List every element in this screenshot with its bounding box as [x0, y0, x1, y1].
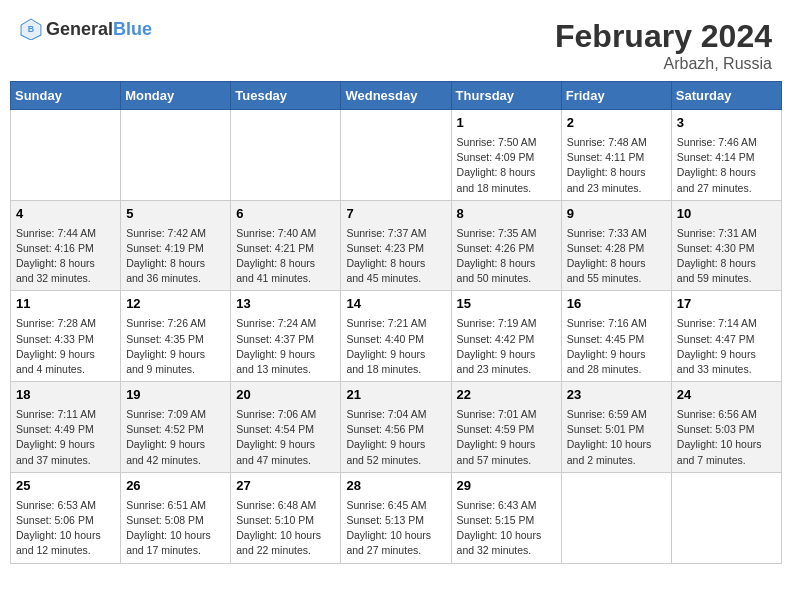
title-area: February 2024 Arbazh, Russia [555, 18, 772, 73]
day-number: 19 [126, 386, 225, 405]
day-detail: Sunrise: 7:40 AMSunset: 4:21 PMDaylight:… [236, 226, 335, 287]
cell-w5-d1: 25Sunrise: 6:53 AMSunset: 5:06 PMDayligh… [11, 472, 121, 563]
cell-w1-d4 [341, 110, 451, 201]
day-number: 6 [236, 205, 335, 224]
cell-w3-d3: 13Sunrise: 7:24 AMSunset: 4:37 PMDayligh… [231, 291, 341, 382]
day-detail: Sunrise: 7:04 AMSunset: 4:56 PMDaylight:… [346, 407, 445, 468]
day-number: 25 [16, 477, 115, 496]
cell-w3-d4: 14Sunrise: 7:21 AMSunset: 4:40 PMDayligh… [341, 291, 451, 382]
day-number: 22 [457, 386, 556, 405]
calendar-table: Sunday Monday Tuesday Wednesday Thursday… [10, 81, 782, 564]
cell-w4-d2: 19Sunrise: 7:09 AMSunset: 4:52 PMDayligh… [121, 382, 231, 473]
day-detail: Sunrise: 7:26 AMSunset: 4:35 PMDaylight:… [126, 316, 225, 377]
day-number: 27 [236, 477, 335, 496]
cell-w5-d7 [671, 472, 781, 563]
day-detail: Sunrise: 6:59 AMSunset: 5:01 PMDaylight:… [567, 407, 666, 468]
day-detail: Sunrise: 7:14 AMSunset: 4:47 PMDaylight:… [677, 316, 776, 377]
day-number: 16 [567, 295, 666, 314]
day-number: 23 [567, 386, 666, 405]
cell-w1-d6: 2Sunrise: 7:48 AMSunset: 4:11 PMDaylight… [561, 110, 671, 201]
cell-w4-d1: 18Sunrise: 7:11 AMSunset: 4:49 PMDayligh… [11, 382, 121, 473]
day-detail: Sunrise: 7:28 AMSunset: 4:33 PMDaylight:… [16, 316, 115, 377]
day-number: 4 [16, 205, 115, 224]
cell-w4-d6: 23Sunrise: 6:59 AMSunset: 5:01 PMDayligh… [561, 382, 671, 473]
location: Arbazh, Russia [555, 55, 772, 73]
cell-w2-d1: 4Sunrise: 7:44 AMSunset: 4:16 PMDaylight… [11, 200, 121, 291]
day-detail: Sunrise: 6:51 AMSunset: 5:08 PMDaylight:… [126, 498, 225, 559]
cell-w3-d7: 17Sunrise: 7:14 AMSunset: 4:47 PMDayligh… [671, 291, 781, 382]
day-number: 10 [677, 205, 776, 224]
day-number: 11 [16, 295, 115, 314]
day-detail: Sunrise: 7:50 AMSunset: 4:09 PMDaylight:… [457, 135, 556, 196]
day-number: 15 [457, 295, 556, 314]
day-detail: Sunrise: 6:45 AMSunset: 5:13 PMDaylight:… [346, 498, 445, 559]
cell-w2-d7: 10Sunrise: 7:31 AMSunset: 4:30 PMDayligh… [671, 200, 781, 291]
day-detail: Sunrise: 7:09 AMSunset: 4:52 PMDaylight:… [126, 407, 225, 468]
day-detail: Sunrise: 7:44 AMSunset: 4:16 PMDaylight:… [16, 226, 115, 287]
day-detail: Sunrise: 6:53 AMSunset: 5:06 PMDaylight:… [16, 498, 115, 559]
header-friday: Friday [561, 82, 671, 110]
cell-w2-d5: 8Sunrise: 7:35 AMSunset: 4:26 PMDaylight… [451, 200, 561, 291]
day-number: 29 [457, 477, 556, 496]
header-monday: Monday [121, 82, 231, 110]
day-detail: Sunrise: 7:21 AMSunset: 4:40 PMDaylight:… [346, 316, 445, 377]
cell-w1-d7: 3Sunrise: 7:46 AMSunset: 4:14 PMDaylight… [671, 110, 781, 201]
svg-text:B: B [28, 24, 34, 34]
cell-w1-d2 [121, 110, 231, 201]
header-saturday: Saturday [671, 82, 781, 110]
day-detail: Sunrise: 6:56 AMSunset: 5:03 PMDaylight:… [677, 407, 776, 468]
day-number: 20 [236, 386, 335, 405]
day-number: 1 [457, 114, 556, 133]
cell-w3-d1: 11Sunrise: 7:28 AMSunset: 4:33 PMDayligh… [11, 291, 121, 382]
header: B GeneralBlue February 2024 Arbazh, Russ… [10, 10, 782, 77]
weekday-header-row: Sunday Monday Tuesday Wednesday Thursday… [11, 82, 782, 110]
cell-w4-d3: 20Sunrise: 7:06 AMSunset: 4:54 PMDayligh… [231, 382, 341, 473]
day-detail: Sunrise: 7:42 AMSunset: 4:19 PMDaylight:… [126, 226, 225, 287]
day-detail: Sunrise: 7:31 AMSunset: 4:30 PMDaylight:… [677, 226, 776, 287]
header-tuesday: Tuesday [231, 82, 341, 110]
week-row-5: 25Sunrise: 6:53 AMSunset: 5:06 PMDayligh… [11, 472, 782, 563]
day-number: 28 [346, 477, 445, 496]
logo-icon: B [20, 18, 42, 40]
day-number: 8 [457, 205, 556, 224]
cell-w1-d5: 1Sunrise: 7:50 AMSunset: 4:09 PMDaylight… [451, 110, 561, 201]
day-number: 13 [236, 295, 335, 314]
day-detail: Sunrise: 7:35 AMSunset: 4:26 PMDaylight:… [457, 226, 556, 287]
day-number: 18 [16, 386, 115, 405]
day-detail: Sunrise: 6:43 AMSunset: 5:15 PMDaylight:… [457, 498, 556, 559]
header-wednesday: Wednesday [341, 82, 451, 110]
cell-w3-d6: 16Sunrise: 7:16 AMSunset: 4:45 PMDayligh… [561, 291, 671, 382]
day-detail: Sunrise: 7:24 AMSunset: 4:37 PMDaylight:… [236, 316, 335, 377]
day-number: 3 [677, 114, 776, 133]
logo-general: General [46, 19, 113, 39]
header-thursday: Thursday [451, 82, 561, 110]
logo-text: GeneralBlue [46, 19, 152, 40]
day-number: 26 [126, 477, 225, 496]
cell-w2-d2: 5Sunrise: 7:42 AMSunset: 4:19 PMDaylight… [121, 200, 231, 291]
day-detail: Sunrise: 7:19 AMSunset: 4:42 PMDaylight:… [457, 316, 556, 377]
week-row-3: 11Sunrise: 7:28 AMSunset: 4:33 PMDayligh… [11, 291, 782, 382]
cell-w5-d3: 27Sunrise: 6:48 AMSunset: 5:10 PMDayligh… [231, 472, 341, 563]
day-number: 14 [346, 295, 445, 314]
day-detail: Sunrise: 7:46 AMSunset: 4:14 PMDaylight:… [677, 135, 776, 196]
week-row-1: 1Sunrise: 7:50 AMSunset: 4:09 PMDaylight… [11, 110, 782, 201]
day-number: 21 [346, 386, 445, 405]
cell-w4-d7: 24Sunrise: 6:56 AMSunset: 5:03 PMDayligh… [671, 382, 781, 473]
day-number: 24 [677, 386, 776, 405]
day-number: 2 [567, 114, 666, 133]
cell-w2-d3: 6Sunrise: 7:40 AMSunset: 4:21 PMDaylight… [231, 200, 341, 291]
cell-w2-d6: 9Sunrise: 7:33 AMSunset: 4:28 PMDaylight… [561, 200, 671, 291]
day-number: 7 [346, 205, 445, 224]
week-row-2: 4Sunrise: 7:44 AMSunset: 4:16 PMDaylight… [11, 200, 782, 291]
day-number: 5 [126, 205, 225, 224]
day-detail: Sunrise: 7:06 AMSunset: 4:54 PMDaylight:… [236, 407, 335, 468]
week-row-4: 18Sunrise: 7:11 AMSunset: 4:49 PMDayligh… [11, 382, 782, 473]
month-year: February 2024 [555, 18, 772, 55]
cell-w5-d6 [561, 472, 671, 563]
cell-w5-d4: 28Sunrise: 6:45 AMSunset: 5:13 PMDayligh… [341, 472, 451, 563]
day-number: 12 [126, 295, 225, 314]
cell-w5-d5: 29Sunrise: 6:43 AMSunset: 5:15 PMDayligh… [451, 472, 561, 563]
day-detail: Sunrise: 7:48 AMSunset: 4:11 PMDaylight:… [567, 135, 666, 196]
day-detail: Sunrise: 7:33 AMSunset: 4:28 PMDaylight:… [567, 226, 666, 287]
logo-blue: Blue [113, 19, 152, 39]
